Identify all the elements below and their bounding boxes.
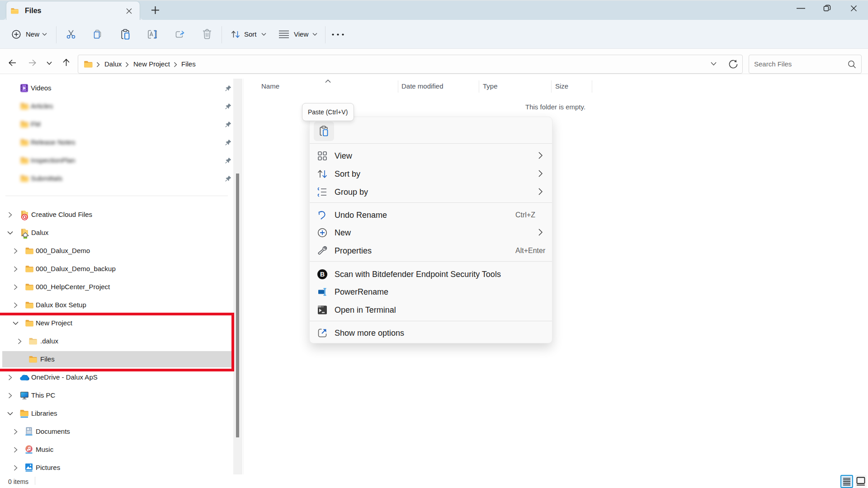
- svg-text:B: B: [320, 271, 325, 278]
